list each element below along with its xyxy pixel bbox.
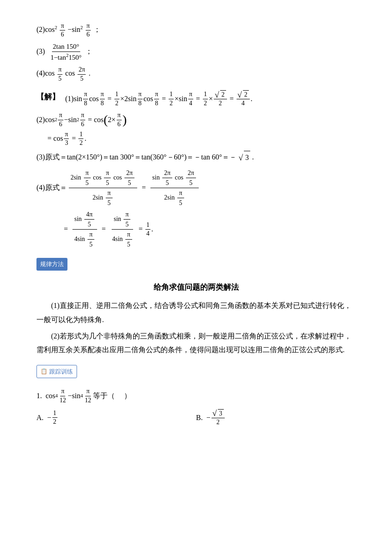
solution-2-line2: =cos π3 = 12 . xyxy=(46,130,356,147)
main-content: (2)cos2 π 6 −sin2 π 6 ； (3) 2tan 150° 1−… xyxy=(36,22,356,426)
solution-2-result: =cos π3 = 12 . xyxy=(46,130,86,147)
problem-4: (4)cos π 5 cos 2π 5 . xyxy=(36,66,356,82)
problem-3-text: (3) 2tan 150° 1−tan2150° ； xyxy=(36,42,93,62)
question-1-text: 1. cos4 π12 −sin4 π12 等于（ ） xyxy=(36,387,131,404)
solution-1: (1)sin π8 cos π8 = 12 ×2sin π8 cos π8 = … xyxy=(65,90,253,108)
problem-2: (2)cos2 π 6 −sin2 π 6 ； xyxy=(36,22,356,39)
badge-follow: 📋 跟踪训练 xyxy=(36,365,77,378)
section-title: 给角求值问题的两类解法 xyxy=(36,281,356,295)
solution-4-label: (4)原式＝ xyxy=(36,181,67,195)
problem-3: (3) 2tan 150° 1−tan2150° ； xyxy=(36,42,356,62)
question-1: 1. cos4 π12 −sin4 π12 等于（ ） xyxy=(36,387,356,404)
para-1: (1)直接正用、逆用二倍角公式，结合诱导公式和同角三角函数的基本关系对已知式进行… xyxy=(36,299,356,327)
solution-3-text: (3)原式＝tan(2×150°)＝tan 300°＝tan(360°－60°)… xyxy=(36,151,254,164)
choice-b: B. − √3 2 xyxy=(196,409,356,427)
problem-2-text: (2)cos2 π 6 −sin2 π 6 ； xyxy=(36,22,101,39)
problem-4-text: (4)cos π 5 cos 2π 5 . xyxy=(36,66,90,82)
para-2: (2)若形式为几个非特殊角的三角函数式相乘，则一般逆用二倍角的正弦公式，在求解过… xyxy=(36,329,356,357)
solution-bracket: 【解】 xyxy=(36,90,60,104)
choice-a-text: A. − 12 xyxy=(36,409,58,426)
solution-3: (3)原式＝tan(2×150°)＝tan 300°＝tan(360°－60°)… xyxy=(36,151,356,164)
choice-b-text: B. − √3 2 xyxy=(196,409,226,427)
follow-icon: 📋 xyxy=(41,367,47,377)
solution-4-frac3: sin 4π5 4sin π5 xyxy=(72,210,97,249)
choice-row: A. − 12 B. − √3 2 xyxy=(36,409,356,427)
badge-follow-container: 📋 跟踪训练 xyxy=(36,364,356,381)
badge-guilu: 规律方法 xyxy=(36,258,67,270)
solution-header: 【解】 (1)sin π8 cos π8 = 12 ×2sin π8 cos π… xyxy=(36,90,356,108)
solution-4-line2: = sin 4π5 4sin π5 = sin π5 4sin π5 = 14 … xyxy=(64,210,356,249)
solution-4-frac2: sin 2π5 cos 2π5 2sin π5 xyxy=(150,168,199,208)
solution-2-text: (2)cos2 π6 −sin2 π6 = cos ( 2× π6 ) xyxy=(36,111,127,128)
solution-4-frac4: sin π5 4sin π5 xyxy=(110,210,135,249)
solution-4-frac1: 2sin π5 cos π5 cos 2π5 2sin π5 xyxy=(69,168,137,208)
badge-guilu-container: 规律方法 xyxy=(36,257,356,273)
solution-2-line1: (2)cos2 π6 −sin2 π6 = cos ( 2× π6 ) xyxy=(36,111,356,128)
solution-4-line1: (4)原式＝ 2sin π5 cos π5 cos 2π5 2sin π5 = … xyxy=(36,168,356,208)
choice-a: A. − 12 xyxy=(36,409,196,427)
